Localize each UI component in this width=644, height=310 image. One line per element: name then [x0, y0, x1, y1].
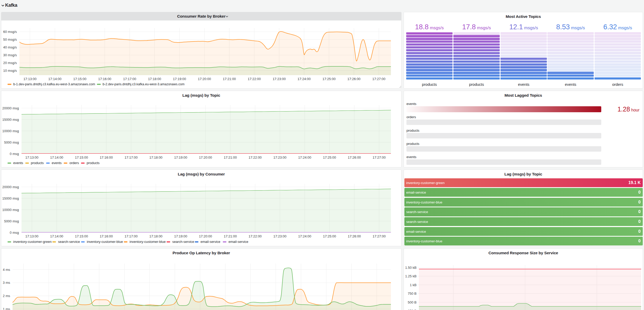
- svg-text:1 kB: 1 kB: [410, 283, 417, 287]
- svg-text:17:19:00: 17:19:00: [174, 156, 187, 159]
- svg-text:5000 msg: 5000 msg: [4, 219, 19, 223]
- svg-text:0 msg: 0 msg: [10, 152, 19, 156]
- svg-text:0 msg: 0 msg: [10, 231, 19, 235]
- svg-text:b-1.dev-paris.dntdhj.c3.kafka.: b-1.dev-paris.dntdhj.c3.kafka.eu-west-3.…: [13, 82, 95, 86]
- svg-text:search-service: search-service: [58, 240, 80, 244]
- svg-text:17:16:00: 17:16:00: [100, 234, 113, 238]
- svg-text:17:27:00: 17:27:00: [372, 77, 385, 81]
- svg-text:17:16:00: 17:16:00: [98, 77, 111, 81]
- svg-text:20000 msg: 20000 msg: [2, 106, 19, 110]
- svg-text:17:26:00: 17:26:00: [347, 77, 361, 81]
- svg-text:17:18:00: 17:18:00: [149, 234, 162, 238]
- svg-text:17:20:00: 17:20:00: [199, 234, 212, 238]
- svg-text:17:27:00: 17:27:00: [373, 156, 386, 159]
- svg-text:1.25 kB: 1.25 kB: [405, 274, 417, 278]
- svg-text:products: products: [31, 161, 44, 165]
- svg-text:10000 msg: 10000 msg: [2, 129, 19, 133]
- svg-text:17:21:00: 17:21:00: [224, 156, 237, 159]
- svg-text:20000 msg: 20000 msg: [2, 185, 19, 189]
- svg-text:5000 msg: 5000 msg: [4, 140, 19, 144]
- svg-text:17:21:00: 17:21:00: [224, 234, 237, 238]
- svg-text:500 B: 500 B: [408, 300, 417, 304]
- svg-text:750 B: 750 B: [408, 292, 417, 295]
- svg-text:2 ms: 2 ms: [3, 294, 10, 298]
- svg-text:17:13:00: 17:13:00: [23, 77, 37, 81]
- svg-text:17:27:00: 17:27:00: [373, 234, 386, 238]
- svg-text:17:25:00: 17:25:00: [323, 234, 336, 238]
- svg-text:17:15:00: 17:15:00: [75, 156, 88, 159]
- svg-text:10 msg/s: 10 msg/s: [3, 69, 17, 73]
- svg-text:17:20:00: 17:20:00: [198, 77, 211, 81]
- svg-text:17:22:00: 17:22:00: [248, 77, 261, 81]
- svg-text:inventory-customer-blue: inventory-customer-blue: [130, 240, 166, 244]
- svg-text:17:21:00: 17:21:00: [223, 77, 236, 81]
- svg-text:3 ms: 3 ms: [3, 281, 10, 285]
- svg-text:17:15:00: 17:15:00: [73, 77, 87, 81]
- svg-text:30 msg/s: 30 msg/s: [3, 53, 17, 57]
- svg-text:17:25:00: 17:25:00: [323, 156, 336, 159]
- svg-text:email-service: email-service: [201, 240, 220, 244]
- svg-text:17:15:00: 17:15:00: [75, 234, 88, 238]
- svg-text:17:23:00: 17:23:00: [273, 234, 287, 238]
- svg-text:products: products: [87, 161, 100, 165]
- svg-text:17:23:00: 17:23:00: [273, 156, 287, 159]
- svg-text:15000 msg: 15000 msg: [2, 196, 19, 200]
- svg-text:b-2.dev-paris.dntdhj.c3.kafka.: b-2.dev-paris.dntdhj.c3.kafka.eu-west-3.…: [103, 82, 184, 86]
- svg-text:60 msg/s: 60 msg/s: [3, 30, 17, 34]
- svg-text:17:25:00: 17:25:00: [323, 77, 336, 81]
- svg-text:17:22:00: 17:22:00: [248, 234, 262, 238]
- svg-text:17:13:00: 17:13:00: [25, 234, 39, 238]
- svg-text:events: events: [13, 161, 23, 165]
- svg-text:1 ms: 1 ms: [3, 307, 10, 310]
- svg-text:17:24:00: 17:24:00: [298, 77, 311, 81]
- svg-text:inventory-customer-green: inventory-customer-green: [13, 240, 52, 244]
- svg-text:17:18:00: 17:18:00: [148, 77, 161, 81]
- svg-text:17:14:00: 17:14:00: [48, 77, 62, 81]
- svg-text:17:17:00: 17:17:00: [123, 77, 136, 81]
- svg-text:1.50 kB: 1.50 kB: [405, 266, 417, 270]
- svg-text:17:19:00: 17:19:00: [174, 234, 187, 238]
- svg-text:250 B: 250 B: [408, 309, 417, 310]
- svg-text:17:24:00: 17:24:00: [298, 234, 311, 238]
- svg-text:17:14:00: 17:14:00: [50, 156, 63, 159]
- svg-text:17:24:00: 17:24:00: [298, 156, 311, 159]
- svg-text:17:13:00: 17:13:00: [25, 156, 39, 159]
- svg-text:17:16:00: 17:16:00: [100, 156, 113, 159]
- svg-text:orders: orders: [69, 161, 79, 165]
- svg-text:17:19:00: 17:19:00: [173, 77, 186, 81]
- svg-text:events: events: [52, 161, 62, 165]
- svg-text:inventory-customer-blue: inventory-customer-blue: [87, 240, 123, 244]
- svg-text:search-service: search-service: [172, 240, 194, 244]
- svg-text:20 msg/s: 20 msg/s: [3, 61, 17, 65]
- svg-text:40 msg/s: 40 msg/s: [3, 45, 17, 49]
- svg-text:17:23:00: 17:23:00: [273, 77, 286, 81]
- svg-text:4 ms: 4 ms: [3, 268, 10, 272]
- svg-text:17:18:00: 17:18:00: [149, 156, 162, 159]
- svg-text:17:17:00: 17:17:00: [125, 234, 138, 238]
- svg-text:17:17:00: 17:17:00: [125, 156, 138, 159]
- svg-text:17:26:00: 17:26:00: [348, 156, 361, 159]
- svg-text:17:14:00: 17:14:00: [50, 234, 63, 238]
- svg-text:email-service: email-service: [228, 240, 248, 244]
- svg-text:17:22:00: 17:22:00: [248, 156, 262, 159]
- svg-text:50 msg/s: 50 msg/s: [3, 38, 17, 41]
- svg-text:17:26:00: 17:26:00: [348, 234, 361, 238]
- svg-text:10000 msg: 10000 msg: [2, 208, 19, 212]
- svg-text:15000 msg: 15000 msg: [2, 118, 19, 122]
- svg-text:17:20:00: 17:20:00: [199, 156, 212, 159]
